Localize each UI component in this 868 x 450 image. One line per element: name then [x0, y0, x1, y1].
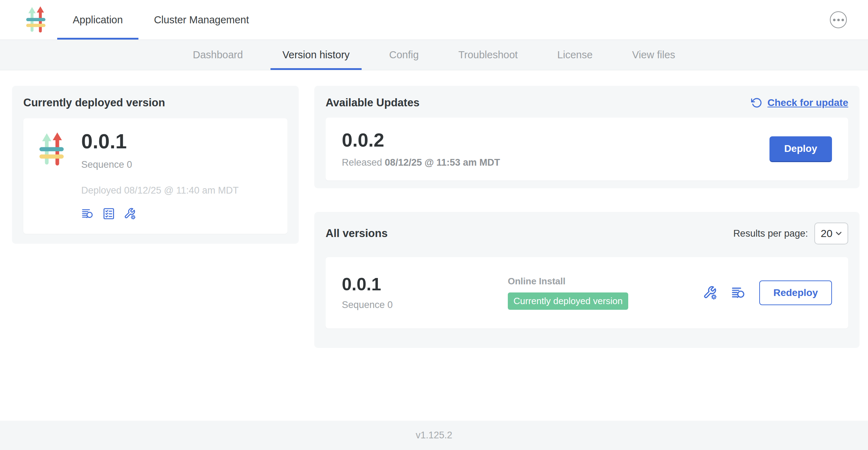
- edit-config-icon[interactable]: [124, 207, 136, 220]
- ellipsis-icon[interactable]: [830, 11, 847, 28]
- released-label: Released: [342, 157, 382, 168]
- top-nav: Application Cluster Management: [0, 0, 868, 40]
- check-for-update-label: Check for update: [767, 97, 848, 108]
- deployed-version-number: 0.0.1: [81, 131, 239, 152]
- available-update-row: 0.0.2 Released 08/12/25 @ 11:53 am MDT D…: [326, 118, 848, 180]
- currently-deployed-badge: Currently deployed version: [508, 292, 628, 310]
- tab-troubleshoot[interactable]: Troubleshoot: [439, 40, 537, 70]
- tab-view-files-label: View files: [632, 49, 675, 61]
- check-for-update-link[interactable]: Check for update: [751, 97, 848, 108]
- update-released-timestamp: Released 08/12/25 @ 11:53 am MDT: [342, 157, 500, 168]
- app-logo: [38, 132, 66, 166]
- deployed-timestamp: Deployed 08/12/25 @ 11:40 am MDT: [81, 185, 239, 196]
- tab-config-label: Config: [389, 49, 419, 61]
- edit-config-icon[interactable]: [703, 285, 718, 300]
- available-updates-title: Available Updates: [326, 96, 420, 109]
- tab-dashboard-label: Dashboard: [193, 49, 243, 61]
- tab-config[interactable]: Config: [369, 40, 439, 70]
- row-sequence: Sequence 0: [342, 300, 508, 310]
- deploy-logs-icon[interactable]: [81, 207, 94, 220]
- top-tab-cluster-management[interactable]: Cluster Management: [138, 0, 264, 40]
- console-version: v1.125.2: [416, 430, 452, 441]
- tab-dashboard[interactable]: Dashboard: [173, 40, 263, 70]
- tab-troubleshoot-label: Troubleshoot: [458, 49, 518, 61]
- redeploy-button[interactable]: Redeploy: [759, 280, 832, 305]
- all-versions-card: All versions Results per page: 20 0.0.1 …: [314, 212, 860, 348]
- results-per-page-select[interactable]: 20: [814, 223, 848, 244]
- tab-license[interactable]: License: [537, 40, 612, 70]
- version-row: 0.0.1 Sequence 0 Online Install Currentl…: [326, 257, 848, 328]
- deployed-sequence: Sequence 0: [81, 159, 239, 170]
- deploy-button[interactable]: Deploy: [769, 136, 832, 162]
- preflight-checks-icon[interactable]: [102, 207, 115, 220]
- tab-license-label: License: [557, 49, 593, 61]
- chevron-down-icon: [834, 229, 843, 238]
- top-tab-application[interactable]: Application: [57, 0, 138, 40]
- results-per-page-label: Results per page:: [733, 228, 808, 239]
- update-version-number: 0.0.2: [342, 130, 500, 149]
- refresh-ccw-icon: [751, 97, 762, 108]
- results-per-page-value: 20: [821, 227, 832, 239]
- tab-version-history[interactable]: Version history: [263, 40, 369, 70]
- released-date: 08/12/25 @ 11:53 am MDT: [385, 157, 500, 168]
- tab-version-history-label: Version history: [283, 49, 350, 61]
- tab-view-files[interactable]: View files: [612, 40, 695, 70]
- available-updates-card: Available Updates Check for update 0.0.2…: [314, 86, 860, 188]
- row-version-number: 0.0.1: [342, 276, 508, 293]
- app-logo: [25, 6, 47, 33]
- all-versions-title: All versions: [326, 227, 388, 240]
- currently-deployed-card: Currently deployed version 0.0.1 Sequenc…: [12, 86, 299, 244]
- deploy-logs-icon[interactable]: [731, 285, 746, 300]
- app-sub-nav: Dashboard Version history Config Trouble…: [0, 40, 868, 70]
- row-install-type: Online Install: [508, 276, 628, 287]
- top-tab-application-label: Application: [73, 14, 123, 26]
- main-content: Currently deployed version 0.0.1 Sequenc…: [0, 70, 868, 421]
- page-footer: v1.125.2: [0, 421, 868, 450]
- currently-deployed-version-panel: 0.0.1 Sequence 0 Deployed 08/12/25 @ 11:…: [23, 118, 287, 234]
- currently-deployed-title: Currently deployed version: [23, 96, 287, 109]
- top-tab-cluster-management-label: Cluster Management: [154, 14, 249, 26]
